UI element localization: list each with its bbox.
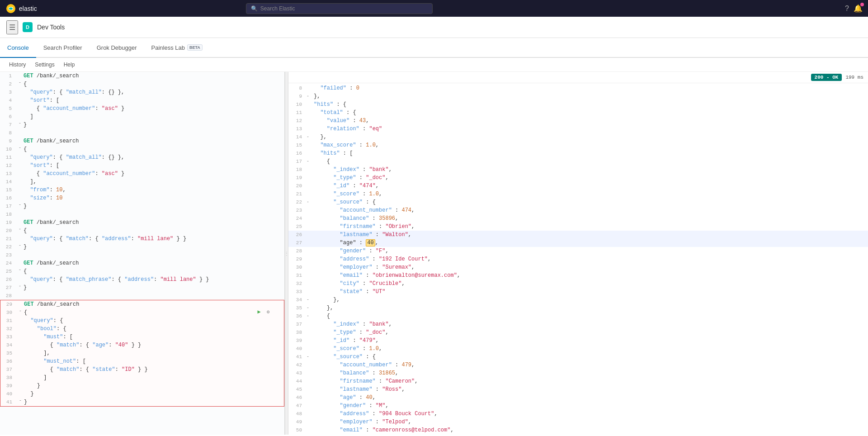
hamburger-button[interactable]: ☰	[6, 20, 18, 34]
output-gutter: -	[307, 353, 314, 361]
output-line-number: 13	[292, 125, 307, 133]
output-panel: 200 - OK 199 ms 8 "failed" : 09-},10"hit…	[288, 72, 868, 435]
line-number: 7	[4, 121, 16, 129]
output-line-number: 27	[292, 239, 307, 247]
output-gutter: -	[307, 92, 314, 100]
output-code: "gender" : "F",	[314, 247, 864, 255]
editor-line-41: 41-}	[0, 398, 284, 407]
output-code: "_index" : "bank",	[314, 320, 864, 328]
line-number: 21	[4, 235, 16, 243]
line-number: 10	[4, 145, 16, 153]
tab-search-profiler[interactable]: Search Profiler	[36, 38, 90, 58]
output-line-8: 8 "failed" : 0	[288, 84, 868, 92]
output-line-number: 36	[292, 312, 307, 320]
output-line-40: 40 "_score" : 1.0,	[288, 345, 868, 353]
line-number: 32	[4, 325, 17, 333]
output-code: "hits" : {	[314, 100, 864, 109]
output-line-number: 19	[292, 174, 307, 182]
output-line-number: 44	[292, 377, 307, 385]
line-code: "size": 10	[24, 194, 281, 202]
output-line-number: 24	[292, 214, 307, 223]
line-gutter: -	[16, 243, 24, 248]
output-code: "_score" : 1.0,	[314, 190, 864, 198]
output-gutter: -	[307, 296, 314, 304]
line-code: }	[24, 202, 281, 210]
editor-line-25: 25-{	[0, 267, 284, 275]
help-icon[interactable]: ?	[845, 5, 849, 13]
line-number: 5	[4, 104, 16, 113]
editor-line-39: 39 }	[0, 382, 284, 390]
editor-line-35: 35 ],	[0, 349, 284, 357]
line-number: 33	[4, 333, 17, 341]
output-line-28: 28 "gender" : "F",	[288, 247, 868, 255]
output-line-42: 42 "account_number" : 479,	[288, 361, 868, 369]
editor-line-22: 22-}	[0, 243, 284, 251]
output-line-number: 15	[292, 141, 307, 149]
editor-panel[interactable]: 1GET /bank/_search2-{3 "query": { "match…	[0, 72, 285, 435]
editor-line-40: 40 }	[0, 390, 284, 398]
output-line-number: 50	[292, 426, 307, 432]
output-line-38: 38 "_type" : "_doc",	[288, 328, 868, 336]
line-number: 35	[4, 349, 17, 357]
line-code: { "match": { "state": "ID" } }	[24, 365, 280, 374]
line-code: }	[24, 121, 281, 129]
output-line-47: 47 "gender" : "M",	[288, 402, 868, 410]
tab-grok-debugger[interactable]: Grok Debugger	[90, 38, 144, 58]
line-number: 38	[4, 374, 17, 382]
run-button[interactable]: ▶	[255, 308, 263, 316]
settings-button[interactable]: Settings	[32, 61, 57, 69]
line-code: "query": { "match_all": {} },	[24, 153, 281, 161]
output-code: "_source" : {	[314, 198, 864, 206]
editor-content[interactable]: 1GET /bank/_search2-{3 "query": { "match…	[0, 72, 284, 435]
line-code: {	[24, 227, 281, 235]
line-code: {	[24, 267, 281, 275]
output-line-number: 35	[292, 304, 307, 312]
output-line-number: 45	[292, 385, 307, 393]
output-line-number: 11	[292, 109, 307, 117]
line-code: "query": { "match_phrase": { "address": …	[24, 275, 281, 284]
line-number: 41	[4, 398, 17, 406]
output-line-34: 34- },	[288, 296, 868, 304]
output-line-14: 14- },	[288, 133, 868, 141]
status-badge: 200 - OK	[811, 74, 842, 81]
tab-console[interactable]: Console	[0, 38, 36, 58]
line-code: {	[24, 308, 280, 317]
line-number: 15	[4, 186, 16, 194]
output-line-48: 48 "address" : "904 Bouck Court",	[288, 410, 868, 418]
history-button[interactable]: History	[6, 61, 28, 69]
line-number: 28	[4, 292, 16, 300]
notification-icon[interactable]: 🔔	[854, 4, 863, 13]
tab-painless-lab[interactable]: Painless Lab BETA	[144, 38, 210, 58]
output-code: "firstname" : "Cameron",	[314, 377, 864, 385]
search-input[interactable]	[260, 5, 428, 12]
global-search-bar[interactable]: 🔍	[246, 3, 433, 14]
editor-line-14: 14 ],	[0, 178, 284, 186]
line-gutter: -	[17, 308, 24, 313]
output-line-23: 23 "account_number" : 474,	[288, 206, 868, 214]
output-line-number: 22	[292, 198, 307, 206]
line-number: 26	[4, 275, 16, 284]
editor-line-2: 2-{	[0, 80, 284, 88]
line-number: 40	[4, 390, 17, 398]
editor-line-27: 27-}	[0, 284, 284, 292]
editor-line-33: 33 "must": [	[0, 333, 284, 341]
copy-button[interactable]: ⚙	[264, 308, 272, 316]
elastic-logo[interactable]: elastic	[5, 3, 37, 14]
output-line-number: 46	[292, 393, 307, 402]
panel-divider[interactable]: ⋮	[285, 72, 288, 435]
output-code: "employer" : "Suremax",	[314, 263, 864, 271]
line-number: 17	[4, 202, 16, 210]
app-badge: D	[23, 22, 33, 32]
output-code: "total" : {	[314, 109, 864, 117]
line-gutter: -	[17, 398, 24, 403]
line-code: }	[24, 398, 280, 406]
output-line-number: 28	[292, 247, 307, 255]
output-line-number: 33	[292, 288, 307, 296]
highlighted-value: 40	[366, 239, 375, 246]
output-line-15: 15 "max_score" : 1.0,	[288, 141, 868, 149]
output-line-43: 43 "balance" : 31865,	[288, 369, 868, 377]
output-content[interactable]: 8 "failed" : 09-},10"hits" : {11 "total"…	[288, 83, 868, 432]
line-number: 3	[4, 88, 16, 96]
help-button[interactable]: Help	[61, 61, 78, 69]
line-code: }	[24, 243, 281, 251]
